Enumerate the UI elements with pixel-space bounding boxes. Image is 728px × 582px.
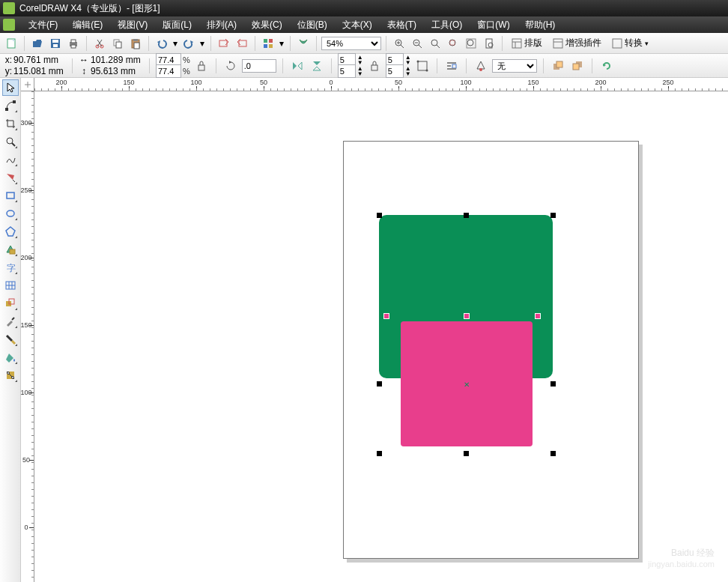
rectangle-tool[interactable] — [2, 187, 19, 204]
rotation-input[interactable] — [242, 59, 276, 73]
selection-handle-mr[interactable] — [550, 381, 556, 387]
eyedropper-tool[interactable] — [2, 313, 19, 330]
corner-4-input[interactable] — [386, 64, 404, 78]
lock-ratio-button[interactable] — [193, 58, 210, 74]
menu-text[interactable]: 文本(X) — [335, 17, 380, 33]
scale-y-input[interactable] — [156, 64, 181, 78]
cut-button[interactable] — [91, 35, 108, 52]
zoom-in-button[interactable] — [391, 35, 407, 52]
interactive-fill-tool[interactable] — [2, 367, 19, 384]
x-value[interactable]: 90.761 mm — [13, 55, 66, 65]
width-value[interactable]: 101.289 mm — [91, 55, 143, 65]
save-button[interactable] — [47, 35, 64, 52]
menu-effects[interactable]: 效果(C) — [244, 17, 290, 33]
zoom-out-button[interactable] — [409, 35, 425, 52]
corner-2-input[interactable] — [338, 64, 356, 78]
zoom-dropdown[interactable]: 54% — [321, 37, 381, 50]
layout-button[interactable]: 排版 — [507, 35, 547, 52]
mirror-v-button[interactable] — [309, 58, 325, 74]
spinner-icon[interactable]: ▲▼ — [357, 55, 363, 65]
selection-handle-bm[interactable] — [464, 451, 469, 456]
print-button[interactable] — [65, 35, 82, 52]
menu-file[interactable]: 文件(F) — [21, 17, 65, 33]
selection-handle-tr[interactable] — [550, 213, 556, 218]
shape-handle-tm[interactable] — [464, 313, 470, 319]
to-curves-button[interactable] — [414, 58, 431, 74]
vertical-ruler[interactable]: 300250200150100500 — [21, 91, 34, 582]
shape-handle-tr[interactable] — [535, 313, 541, 319]
new-button[interactable] — [3, 35, 19, 52]
undo-button[interactable] — [154, 35, 170, 52]
spinner-icon[interactable]: ▲▼ — [357, 66, 363, 76]
menu-help[interactable]: 帮助(H) — [518, 17, 563, 33]
selection-handle-bl[interactable] — [377, 451, 382, 456]
redo-dropdown[interactable]: ▾ — [198, 35, 206, 52]
lock-corners-button[interactable] — [366, 58, 383, 74]
to-front-button[interactable] — [550, 58, 566, 74]
table-tool[interactable] — [2, 277, 19, 294]
menu-edit[interactable]: 编辑(E) — [65, 17, 110, 33]
page-view[interactable]: ✕ Baidu 经验 jingyan.baidu.com — [34, 91, 728, 582]
freehand-tool[interactable] — [2, 151, 19, 168]
menu-table[interactable]: 表格(T) — [380, 17, 424, 33]
spinner-icon[interactable]: ▲▼ — [405, 66, 411, 76]
height-value[interactable]: 95.613 mm — [91, 66, 143, 76]
undo-dropdown[interactable]: ▾ — [172, 35, 179, 52]
ruler-origin[interactable] — [21, 78, 34, 91]
paste-button[interactable] — [127, 35, 144, 52]
menu-view[interactable]: 视图(V) — [110, 17, 155, 33]
zoom-100-button[interactable] — [427, 35, 443, 52]
ellipse-tool[interactable] — [2, 205, 19, 222]
svg-rect-6 — [71, 45, 76, 48]
app-launcher-dropdown[interactable]: ▾ — [278, 35, 285, 52]
effects-tool[interactable] — [2, 295, 19, 312]
zoom-page-button[interactable] — [481, 35, 497, 52]
mirror-h-button[interactable] — [289, 58, 306, 74]
basic-shapes-tool[interactable] — [2, 241, 19, 258]
copy-button[interactable] — [109, 35, 126, 52]
polygon-tool[interactable] — [2, 223, 19, 240]
selection-handle-tl[interactable] — [377, 213, 382, 218]
menu-bitmaps[interactable]: 位图(B) — [290, 17, 335, 33]
selection-handle-br[interactable] — [550, 451, 556, 456]
zoom-tool[interactable] — [2, 133, 19, 150]
to-back-button[interactable] — [569, 58, 586, 74]
export-button[interactable] — [234, 35, 250, 52]
shape-handle-tl[interactable] — [383, 313, 389, 319]
shape-tool[interactable] — [2, 97, 19, 114]
menu-layout[interactable]: 版面(L) — [155, 17, 199, 33]
zoom-selection-button[interactable] — [445, 35, 461, 52]
convert-button[interactable]: 转换▾ — [607, 35, 653, 52]
open-button[interactable] — [29, 35, 46, 52]
outline-tool[interactable] — [2, 331, 19, 348]
pick-tool[interactable] — [2, 79, 19, 96]
svg-rect-17 — [269, 39, 273, 43]
ruler-h-label: 0 — [329, 79, 333, 86]
y-value[interactable]: 115.081 mm — [13, 66, 66, 76]
watermark-main: Baidu 经验 — [648, 547, 715, 560]
crop-tool[interactable] — [2, 115, 19, 132]
smart-tool[interactable] — [2, 169, 19, 186]
redo-button[interactable] — [181, 35, 197, 52]
svg-rect-41 — [447, 65, 451, 67]
selection-center-icon: ✕ — [464, 381, 470, 389]
menu-tools[interactable]: 工具(O) — [424, 17, 470, 33]
outline-width-dropdown[interactable]: 无 — [492, 59, 537, 73]
svg-rect-37 — [418, 61, 427, 70]
text-tool[interactable]: 字 — [2, 259, 19, 276]
spinner-icon[interactable]: ▲▼ — [405, 55, 411, 65]
selection-handle-tm[interactable] — [464, 213, 469, 218]
selection-handle-ml[interactable] — [377, 381, 382, 387]
fill-tool[interactable] — [2, 349, 19, 366]
welcome-button[interactable] — [295, 35, 312, 52]
import-button[interactable] — [216, 35, 232, 52]
menu-arrange[interactable]: 排列(A) — [199, 17, 244, 33]
menu-window[interactable]: 窗口(W) — [470, 17, 517, 33]
horizontal-ruler[interactable]: 20015010050050100150200250300 — [34, 78, 728, 91]
app-launcher-button[interactable] — [260, 35, 276, 52]
refresh-button[interactable] — [598, 58, 615, 74]
zoom-all-button[interactable] — [463, 35, 479, 52]
canvas-area[interactable]: 20015010050050100150200250300 3002502001… — [21, 78, 728, 582]
enhance-plugin-button[interactable]: 增强插件 — [548, 35, 606, 52]
wrap-text-button[interactable] — [443, 58, 460, 74]
